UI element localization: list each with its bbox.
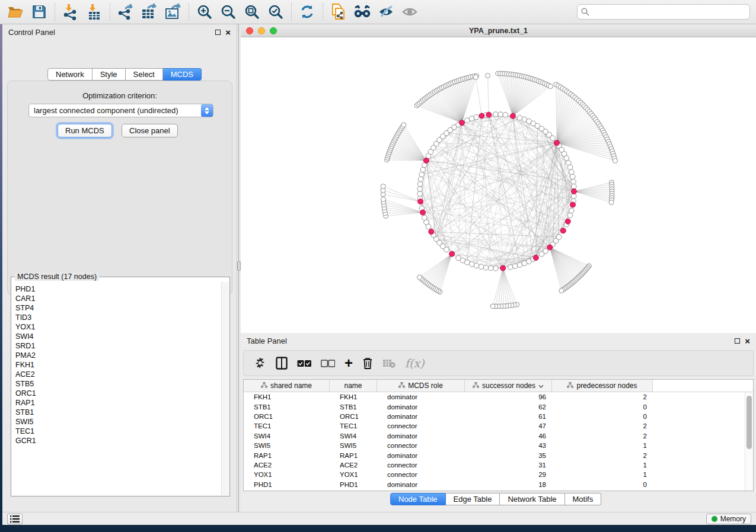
network-node[interactable] <box>418 177 423 182</box>
mcds-hub-node[interactable] <box>570 202 576 207</box>
zoom-out-icon[interactable] <box>219 3 238 21</box>
add-column-icon[interactable]: + <box>344 355 353 371</box>
tab-mcds[interactable]: MCDS <box>163 68 202 81</box>
mcds-result-item[interactable]: SWI5 <box>15 417 221 427</box>
close-panel-icon[interactable]: × <box>225 30 231 35</box>
network-node[interactable] <box>474 263 479 268</box>
refresh-icon[interactable] <box>298 3 317 21</box>
mcds-hub-node[interactable] <box>479 113 484 118</box>
network-node[interactable] <box>567 165 573 170</box>
network-node[interactable] <box>381 184 385 189</box>
table-row[interactable]: SWI4SWI4dominator462 <box>244 431 753 441</box>
criterion-dropdown[interactable]: largest connected component (undirected) <box>28 104 213 117</box>
network-node[interactable] <box>469 116 474 121</box>
open-file-icon[interactable] <box>6 3 25 21</box>
mcds-result-item[interactable]: PHD1 <box>15 284 221 294</box>
network-node[interactable] <box>567 213 573 218</box>
network-node[interactable] <box>417 187 423 192</box>
network-node[interactable] <box>559 289 564 293</box>
network-node[interactable] <box>609 200 614 205</box>
task-history-button[interactable] <box>7 514 23 524</box>
table-scrollbar[interactable] <box>745 392 753 491</box>
mcds-result-item[interactable]: SRD1 <box>15 341 221 351</box>
network-node[interactable] <box>569 169 575 175</box>
table-row[interactable]: FKH1FKH1dominator962 <box>244 392 753 402</box>
network-node[interactable] <box>483 265 489 270</box>
float-window-icon[interactable] <box>735 338 740 344</box>
network-node[interactable] <box>456 255 461 261</box>
mcds-hub-node[interactable] <box>486 112 492 117</box>
mcds-result-item[interactable]: STB5 <box>15 379 221 389</box>
mcds-hub-node[interactable] <box>560 228 566 233</box>
mcds-result-item[interactable]: ORC1 <box>15 389 221 398</box>
tab-network-table[interactable]: Network Table <box>500 493 564 505</box>
mcds-result-item[interactable]: TID3 <box>15 313 221 322</box>
network-node[interactable] <box>417 275 422 280</box>
mcds-result-item[interactable]: YOX1 <box>15 322 221 332</box>
network-node[interactable] <box>473 75 478 79</box>
tab-node-table[interactable]: Node Table <box>390 493 446 505</box>
table-scrollbar-thumb[interactable] <box>747 396 752 449</box>
network-node[interactable] <box>401 123 406 127</box>
settings-gear-icon[interactable] <box>254 355 266 371</box>
network-node[interactable] <box>417 181 423 187</box>
network-node[interactable] <box>571 179 576 184</box>
mcds-result-item[interactable]: STB1 <box>15 408 221 417</box>
export-table-icon[interactable] <box>140 3 159 21</box>
tab-style[interactable]: Style <box>92 68 126 81</box>
network-node[interactable] <box>486 73 490 78</box>
network-node[interactable] <box>493 266 499 271</box>
close-panel-button[interactable]: Close panel <box>122 124 178 137</box>
network-node[interactable] <box>550 136 556 141</box>
mcds-hub-node[interactable] <box>423 158 429 164</box>
mcds-hub-node[interactable] <box>533 255 538 261</box>
mcds-result-item[interactable]: FKH1 <box>15 360 221 370</box>
delete-column-icon[interactable] <box>362 355 373 371</box>
mcds-result-list[interactable]: PHD1CAR1STP4TID3YOX1SWI4SRD1PMA2FKH1ACE2… <box>12 282 221 495</box>
tab-motifs[interactable]: Motifs <box>565 493 602 505</box>
close-panel-icon[interactable]: × <box>745 338 750 344</box>
memory-button[interactable]: Memory <box>706 514 751 524</box>
network-node[interactable] <box>417 191 423 197</box>
hide-selected-icon[interactable] <box>377 3 395 21</box>
network-node[interactable] <box>419 172 425 177</box>
network-node[interactable] <box>613 158 617 163</box>
table-row[interactable]: PHD1PHD1dominator180 <box>244 480 753 489</box>
import-network-icon[interactable] <box>61 3 80 21</box>
mcds-hub-node[interactable] <box>547 245 553 250</box>
table-row[interactable]: TEC1TEC1connector472 <box>244 421 753 431</box>
export-image-icon[interactable] <box>164 3 183 21</box>
tab-edge-table[interactable]: Edge Table <box>446 493 500 505</box>
mcds-hub-node[interactable] <box>429 229 434 235</box>
mcds-hub-node[interactable] <box>449 251 455 257</box>
network-node[interactable] <box>539 252 544 257</box>
result-list-scrollbar[interactable] <box>221 282 229 495</box>
import-table-icon[interactable] <box>85 3 104 21</box>
network-node[interactable] <box>569 208 575 213</box>
column-header-name[interactable]: name <box>330 380 377 392</box>
mcds-hub-node[interactable] <box>418 199 423 204</box>
mcds-hub-node[interactable] <box>554 140 560 146</box>
export-network-icon[interactable] <box>116 3 135 21</box>
first-neighbors-icon[interactable] <box>353 3 372 21</box>
mcds-hub-node[interactable] <box>511 113 516 118</box>
table-row[interactable]: YOX1YOX1connector291 <box>244 470 753 479</box>
network-node[interactable] <box>570 174 575 180</box>
table-row[interactable]: SWI5SWI5connector431 <box>244 441 753 450</box>
network-node[interactable] <box>503 113 508 118</box>
show-all-icon[interactable] <box>400 3 419 21</box>
network-node[interactable] <box>493 112 499 117</box>
column-header-shared-name[interactable]: shared name <box>244 380 330 392</box>
network-node[interactable] <box>488 265 493 271</box>
network-node[interactable] <box>479 264 484 270</box>
deselect-all-icon[interactable] <box>321 355 335 371</box>
network-node[interactable] <box>381 197 386 201</box>
mcds-result-item[interactable]: TEC1 <box>15 427 221 436</box>
mcds-result-item[interactable]: PMA2 <box>15 351 221 360</box>
network-node[interactable] <box>517 262 522 268</box>
mcds-result-item[interactable]: STP4 <box>15 303 221 313</box>
network-node[interactable] <box>498 112 503 117</box>
float-window-icon[interactable] <box>215 30 221 35</box>
mcds-result-item[interactable]: CAR1 <box>15 294 221 303</box>
clone-network-icon[interactable] <box>329 3 348 21</box>
